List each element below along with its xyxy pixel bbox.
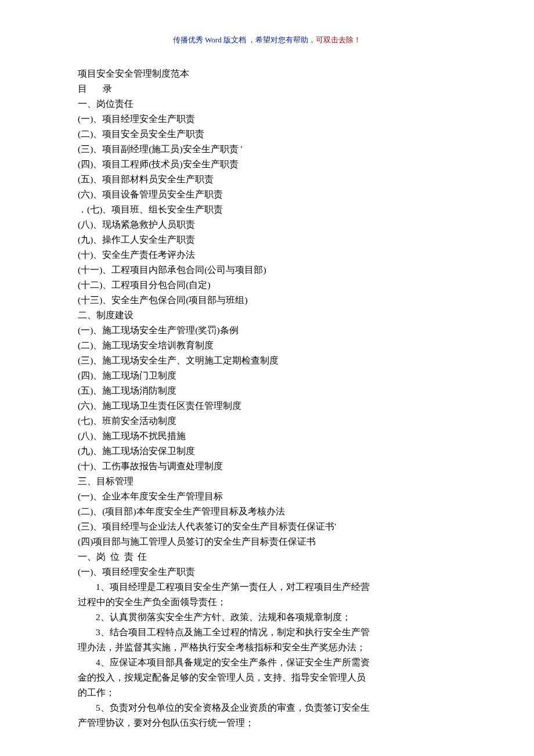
body-line: (八)、现场紧急救护人员职责 (78, 217, 456, 232)
body-line: 理办法，并监督其实施，严格执行安全考核指标和安全生产奖惩办法； (78, 640, 456, 655)
body-line: 一、岗 位 责 任 (78, 549, 456, 564)
body-line: 金的投入，按规定配备足够的安全管理人员，支持、指导安全管理人员 (78, 670, 456, 685)
body-line: 4、应保证本项目部具备规定的安全生产条件，保证安全生产所需资 (78, 655, 456, 670)
body-line: (五)、项目部材料员安全生产职责 (78, 172, 456, 187)
body-line: 项目安全安全管理制度范本 (78, 66, 456, 81)
body-line: (四)、项目工程师(技术员)安全生产职责 (78, 157, 456, 172)
header-note-blue: 传播优秀 Word 版文档 ，希望对您有帮助， (173, 35, 316, 44)
body-line: (十二)、工程项目分包合同(自定) (78, 278, 456, 293)
body-line: 三、目标管理 (78, 474, 456, 489)
body-line: (三)、项目经理与企业法人代表签订的安全生产目标责任保证书' (78, 519, 456, 534)
body-line: 1、项目经理是工程项目安全生产第一责任人，对工程项目生产经营 (78, 579, 456, 595)
body-line: (二)、项目安全员安全生产职责 (78, 127, 456, 142)
body-line: ．(七)、项目班、组长安全生产职责 (78, 202, 456, 217)
body-line: (四)、施工现场门卫制度 (78, 368, 456, 383)
body-line: (五)、施工现场消防制度 (78, 383, 456, 398)
document-body: 项目安全安全管理制度范本目 录一、岗位责任(一)、项目经理安全生产职责(二)、项… (78, 66, 456, 730)
body-line: 目 录 (78, 81, 456, 96)
body-line: (二)、(项目部)本年度安全生产管理目标及考核办法 (78, 504, 456, 519)
header-note-red: 可双击去除！ (316, 35, 361, 44)
body-line: (七)、班前安全活动制度 (78, 413, 456, 429)
body-line: (十三)、安全生产包保合同(项目部与班组) (78, 293, 456, 308)
body-line: (四)项目部与施工管理人员签订的安全生产目标责任保证书 (78, 534, 456, 549)
body-line: (二)、施工现场安全培训教育制度 (78, 338, 456, 353)
body-line: (六)、项目设备管理员安全生产职责 (78, 187, 456, 202)
body-line: (九)、操作工人安全生产职责 (78, 232, 456, 247)
body-line: (十一)、工程项目内部承包合同(公司与项目部) (78, 262, 456, 278)
body-line: (六)、施工现场卫生责任区责任管理制度 (78, 398, 456, 413)
body-line: (九)、施工现场治安保卫制度 (78, 444, 456, 459)
body-line: (十)、工伤事故报告与调查处理制度 (78, 459, 456, 474)
body-line: (一)、项目经理安全生产职责 (78, 111, 456, 127)
body-line: 3、结合项目工程特点及施工全过程的情况，制定和执行安全生产管 (78, 625, 456, 640)
body-line: (三)、项目副经理(施工员)安全生产职责 ' (78, 142, 456, 157)
body-line: (一)、施工现场安全生产管理(奖罚)条例 (78, 323, 456, 338)
body-line: 2、认真贯彻落实安全生产方针、政策、法规和各项规章制度； (78, 610, 456, 625)
body-line: 的工作； (78, 685, 456, 700)
header-note: 传播优秀 Word 版文档 ，希望对您有帮助，可双击去除！ (78, 35, 456, 45)
body-line: (十)、安全生产责任考评办法 (78, 247, 456, 262)
body-line: (一)、项目经理安全生产职责 (78, 564, 456, 579)
body-line: 一、岗位责任 (78, 96, 456, 111)
body-line: 过程中的安全生产负全面领导责任； (78, 595, 456, 610)
body-line: 二、制度建设 (78, 308, 456, 323)
body-line: 产管理协议，要对分包队伍实行统一管理； (78, 715, 456, 730)
body-line: (一)、企业本年度安全生产管理目标 (78, 489, 456, 504)
body-line: (三)、施工现场安全生产、文明施工定期检查制度 (78, 353, 456, 368)
body-line: 5、负责对分包单位的安全资格及企业资质的审查，负责签订安全生 (78, 700, 456, 715)
body-line: (八)、施工现场不扰民措施 (78, 429, 456, 444)
document-page: 传播优秀 Word 版文档 ，希望对您有帮助，可双击去除！ 项目安全安全管理制度… (0, 0, 534, 756)
